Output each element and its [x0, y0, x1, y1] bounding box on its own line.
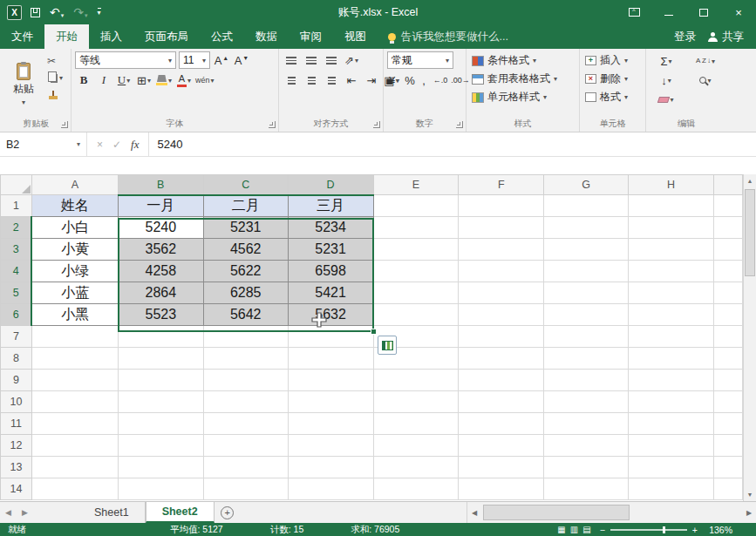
cell[interactable]: [373, 304, 459, 326]
new-sheet-button[interactable]: +: [215, 502, 241, 523]
cell[interactable]: [544, 239, 629, 261]
insert-cells-button[interactable]: +插入▾: [583, 51, 642, 70]
row-header-7[interactable]: 7: [1, 326, 32, 348]
cell[interactable]: [373, 391, 459, 413]
cell-A1[interactable]: 姓名: [31, 195, 118, 217]
cell[interactable]: [373, 457, 459, 478]
cell-A4[interactable]: 小绿: [31, 261, 118, 282]
font-color-button[interactable]: A▾: [175, 71, 193, 89]
cell[interactable]: [459, 261, 544, 282]
cell-A3[interactable]: 小黄: [31, 239, 118, 261]
cell-D3[interactable]: 5231: [288, 239, 373, 261]
sheet-nav-left-icon[interactable]: ◀: [0, 502, 17, 523]
share-button[interactable]: 共享: [708, 30, 744, 44]
tab-review[interactable]: 审阅: [289, 24, 333, 49]
cell[interactable]: [629, 239, 714, 261]
cell-B3[interactable]: 3562: [118, 239, 203, 261]
cell[interactable]: [373, 282, 459, 304]
cell[interactable]: [373, 370, 459, 391]
row-header-1[interactable]: 1: [1, 195, 32, 217]
cell[interactable]: [713, 261, 742, 282]
cell[interactable]: [459, 457, 544, 478]
cell[interactable]: [544, 326, 629, 348]
alignment-dialog-launcher[interactable]: [373, 121, 380, 128]
cell[interactable]: [713, 282, 742, 304]
sheet-nav-right-icon[interactable]: ▶: [17, 502, 33, 523]
cell[interactable]: [373, 435, 459, 457]
cell[interactable]: [459, 348, 544, 370]
cell[interactable]: [373, 239, 459, 261]
insert-function-button[interactable]: fx: [131, 138, 139, 152]
row-header-11[interactable]: 11: [1, 413, 32, 435]
cell-A6[interactable]: 小黑: [31, 304, 118, 326]
column-header-partial[interactable]: [713, 175, 742, 195]
cell[interactable]: [118, 348, 203, 370]
cell[interactable]: [629, 326, 714, 348]
row-header-9[interactable]: 9: [1, 370, 32, 391]
cell[interactable]: [459, 304, 544, 326]
cell[interactable]: [31, 478, 118, 500]
row-header-8[interactable]: 8: [1, 348, 32, 370]
column-header-F[interactable]: F: [459, 175, 544, 195]
cell-D5[interactable]: 5421: [288, 282, 373, 304]
cell[interactable]: [544, 391, 629, 413]
cell[interactable]: [203, 413, 288, 435]
page-layout-view-icon[interactable]: ▥: [570, 525, 578, 534]
bold-button[interactable]: B: [75, 71, 92, 89]
scroll-up-icon[interactable]: ▲: [744, 174, 756, 187]
zoom-out-icon[interactable]: −: [600, 525, 605, 535]
cell-A5[interactable]: 小蓝: [31, 282, 118, 304]
borders-button[interactable]: ⊞▾: [135, 71, 153, 89]
tab-page-layout[interactable]: 页面布局: [133, 24, 200, 49]
cell[interactable]: [288, 413, 373, 435]
cell[interactable]: [118, 478, 203, 500]
format-as-table-button[interactable]: 套用表格格式▾: [470, 70, 576, 88]
number-format-combo[interactable]: 常规▾: [387, 51, 453, 69]
normal-view-icon[interactable]: ▦: [557, 525, 565, 534]
row-header-12[interactable]: 12: [1, 435, 32, 457]
font-size-combo[interactable]: 11▾: [179, 51, 210, 69]
fill-button[interactable]: ↓▾: [650, 71, 683, 89]
cell[interactable]: [629, 217, 714, 239]
align-right-button[interactable]: [323, 71, 340, 89]
delete-cells-button[interactable]: ×删除▾: [583, 70, 642, 88]
maximize-button[interactable]: [686, 0, 721, 24]
row-header-2[interactable]: 2: [1, 217, 32, 239]
cell[interactable]: [629, 370, 714, 391]
column-header-D[interactable]: D: [288, 175, 373, 195]
cell[interactable]: [31, 391, 118, 413]
decrease-font-size-button[interactable]: A▼: [233, 51, 250, 69]
align-middle-button[interactable]: [303, 51, 320, 69]
cell[interactable]: [713, 348, 742, 370]
cell-B2-active[interactable]: 5240: [118, 217, 203, 239]
find-select-button[interactable]: ▾: [688, 71, 723, 89]
paste-button[interactable]: 粘贴 ▾: [5, 51, 42, 118]
format-painter-button[interactable]: [45, 86, 65, 102]
tab-data[interactable]: 数据: [244, 24, 289, 49]
cell[interactable]: [713, 435, 742, 457]
font-dialog-launcher[interactable]: [269, 121, 276, 128]
cell[interactable]: [118, 391, 203, 413]
tab-insert[interactable]: 插入: [89, 24, 133, 49]
close-button[interactable]: ×: [721, 0, 756, 24]
cell-styles-button[interactable]: 单元格样式▾: [470, 88, 576, 106]
tab-home[interactable]: 开始: [44, 24, 89, 49]
cell[interactable]: [118, 413, 203, 435]
tab-file[interactable]: 文件: [0, 24, 44, 49]
increase-decimal-button[interactable]: ←.0: [432, 71, 449, 89]
select-all-button[interactable]: [1, 175, 32, 195]
number-dialog-launcher[interactable]: [456, 121, 463, 128]
cell[interactable]: [713, 413, 742, 435]
cell-C1[interactable]: 二月: [203, 195, 288, 217]
align-center-button[interactable]: [303, 71, 320, 89]
increase-indent-button[interactable]: ⇥: [363, 71, 380, 89]
cell[interactable]: [373, 217, 459, 239]
cell-C4[interactable]: 5622: [203, 261, 288, 282]
row-header-4[interactable]: 4: [1, 261, 32, 282]
tab-view[interactable]: 视图: [333, 24, 378, 49]
page-break-view-icon[interactable]: ▤: [582, 525, 590, 534]
cell[interactable]: [459, 478, 544, 500]
comma-style-button[interactable]: ,: [419, 71, 429, 89]
save-button[interactable]: [31, 8, 40, 17]
cell[interactable]: [544, 195, 629, 217]
